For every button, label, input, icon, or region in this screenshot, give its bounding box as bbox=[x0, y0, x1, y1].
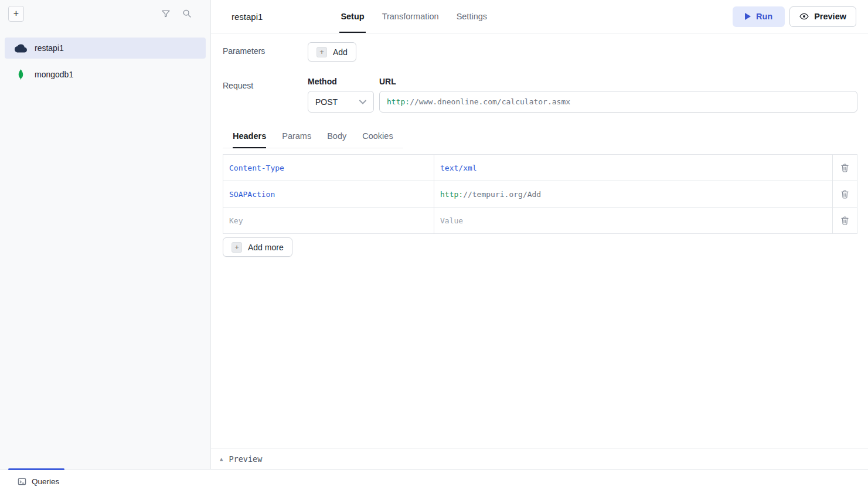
search-icon[interactable] bbox=[182, 9, 192, 18]
header-value-field[interactable]: http://tempuri.org/Add bbox=[434, 181, 833, 208]
preview-button-label: Preview bbox=[814, 12, 846, 21]
plus-icon: + bbox=[316, 47, 327, 57]
method-label: Method bbox=[308, 77, 374, 86]
queries-tab-label: Queries bbox=[32, 477, 59, 486]
delete-header-button[interactable] bbox=[833, 181, 857, 208]
header-value-text: text/xml bbox=[440, 164, 477, 172]
trash-icon bbox=[841, 190, 849, 199]
run-button-label: Run bbox=[756, 12, 772, 21]
queries-icon bbox=[18, 477, 26, 486]
query-item-label: restapi1 bbox=[35, 43, 64, 53]
run-button[interactable]: Run bbox=[733, 6, 785, 27]
sidebar-toolbar-icons bbox=[161, 9, 202, 18]
subtab-headers[interactable]: Headers bbox=[233, 131, 266, 148]
header-key-field[interactable] bbox=[223, 208, 434, 234]
play-icon bbox=[745, 13, 751, 20]
tab-queries[interactable]: Queries bbox=[18, 477, 59, 486]
method-value: POST bbox=[315, 97, 338, 107]
plus-icon: + bbox=[13, 9, 19, 18]
header-row-1: Content-Type text/xml bbox=[223, 155, 857, 181]
request-row: Request Method POST URL bbox=[223, 77, 857, 113]
response-pane-label: Preview bbox=[229, 454, 262, 464]
add-parameter-button[interactable]: + Add bbox=[308, 42, 356, 62]
url-rest: //www.dneonline.com/calculator.asmx bbox=[410, 97, 570, 106]
header-value-scheme: http: bbox=[440, 190, 463, 199]
add-more-wrap: + Add more bbox=[223, 237, 857, 257]
add-parameter-label: Add bbox=[333, 47, 348, 57]
header-key-input[interactable] bbox=[229, 216, 428, 225]
header-key-field[interactable]: SOAPAction bbox=[223, 181, 434, 208]
query-header: restapi1 Setup Transformation Settings R… bbox=[211, 0, 868, 33]
trash-icon bbox=[841, 216, 849, 225]
headers-table: Content-Type text/xml SOAPAction bbox=[223, 154, 857, 234]
request-label: Request bbox=[223, 77, 308, 113]
query-editor: restapi1 Setup Transformation Settings R… bbox=[211, 0, 868, 469]
tab-transformation[interactable]: Transformation bbox=[382, 0, 439, 33]
query-list: restapi1 mongodb1 bbox=[0, 27, 210, 85]
header-key-text: Content-Type bbox=[229, 164, 284, 172]
chevron-down-icon bbox=[359, 100, 366, 104]
filter-icon[interactable] bbox=[161, 9, 171, 18]
subtab-params[interactable]: Params bbox=[282, 131, 311, 148]
add-more-button[interactable]: + Add more bbox=[223, 237, 292, 257]
header-row-3 bbox=[223, 208, 857, 234]
query-item-mongodb1[interactable]: mongodb1 bbox=[5, 64, 206, 85]
method-column: Method POST bbox=[308, 77, 374, 113]
mongodb-icon bbox=[14, 69, 27, 80]
add-more-label: Add more bbox=[248, 243, 284, 252]
main-row: + restapi1 bbox=[0, 0, 868, 469]
delete-header-button[interactable] bbox=[833, 208, 857, 234]
method-dropdown[interactable]: POST bbox=[308, 91, 374, 113]
tab-settings[interactable]: Settings bbox=[457, 0, 487, 33]
editor-tabs: Setup Transformation Settings bbox=[341, 0, 487, 33]
collapse-icon: ▲ bbox=[220, 456, 223, 462]
url-input[interactable]: http://www.dneonline.com/calculator.asmx bbox=[379, 91, 857, 113]
url-scheme: http: bbox=[387, 97, 410, 106]
parameters-label: Parameters bbox=[223, 42, 308, 62]
header-key-text: SOAPAction bbox=[229, 190, 275, 199]
header-key-field[interactable]: Content-Type bbox=[223, 155, 434, 181]
header-value-rest: //tempuri.org/Add bbox=[463, 190, 541, 199]
trash-icon bbox=[841, 164, 849, 172]
app-root: + restapi1 bbox=[0, 0, 868, 493]
sidebar-toolbar: + bbox=[0, 0, 210, 27]
add-query-button[interactable]: + bbox=[8, 6, 24, 22]
request-controls: Method POST URL http://www.dne bbox=[308, 77, 857, 113]
query-item-restapi1[interactable]: restapi1 bbox=[5, 38, 206, 59]
subtab-body[interactable]: Body bbox=[327, 131, 346, 148]
request-subtabs: Headers Params Body Cookies bbox=[223, 131, 403, 148]
bottom-bar: Queries bbox=[0, 469, 868, 493]
eye-icon bbox=[799, 12, 809, 21]
tab-setup[interactable]: Setup bbox=[341, 0, 364, 33]
header-value-input[interactable] bbox=[440, 216, 826, 225]
header-value-field[interactable]: text/xml bbox=[434, 155, 833, 181]
rest-api-icon bbox=[14, 44, 27, 53]
delete-header-button[interactable] bbox=[833, 155, 857, 181]
header-value-field[interactable] bbox=[434, 208, 833, 234]
query-title: restapi1 bbox=[232, 12, 263, 22]
parameters-row: Parameters + Add bbox=[223, 42, 857, 62]
url-label: URL bbox=[379, 77, 857, 86]
url-column: URL http://www.dneonline.com/calculator.… bbox=[379, 77, 857, 113]
query-item-label: mongodb1 bbox=[35, 70, 73, 79]
queries-sidebar: + restapi1 bbox=[0, 0, 211, 469]
queries-tab-indicator bbox=[8, 468, 64, 470]
response-pane-toggle[interactable]: ▲ Preview bbox=[211, 448, 868, 469]
subtab-cookies[interactable]: Cookies bbox=[362, 131, 393, 148]
header-actions: Run Preview bbox=[733, 0, 856, 33]
setup-panel: Parameters + Add Request Method POST bbox=[211, 33, 868, 448]
preview-button[interactable]: Preview bbox=[789, 6, 856, 27]
header-row-2: SOAPAction http://tempuri.org/Add bbox=[223, 181, 857, 208]
plus-icon: + bbox=[232, 242, 242, 253]
